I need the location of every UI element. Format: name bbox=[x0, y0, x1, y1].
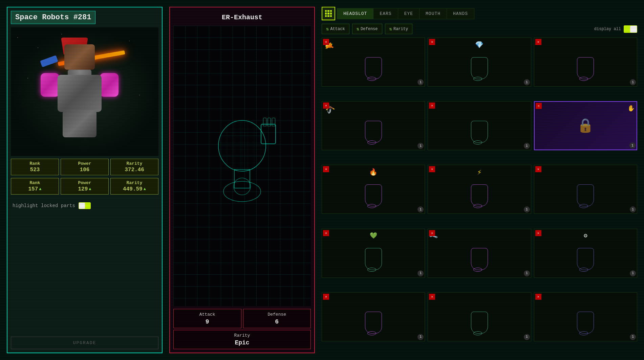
highlight-toggle-knob bbox=[79, 203, 85, 209]
remove-item-15[interactable]: ✕ bbox=[535, 294, 541, 300]
mini-head-5 bbox=[469, 116, 490, 143]
robot-image-area bbox=[11, 27, 158, 156]
power-label-1: Power bbox=[62, 161, 107, 166]
remove-item-9[interactable]: ✕ bbox=[535, 166, 541, 172]
item-count-8: 1 bbox=[524, 206, 530, 212]
inventory-item-4[interactable]: ✕ 🪃 1 bbox=[322, 101, 425, 150]
remove-item-8[interactable]: ✕ bbox=[429, 166, 435, 172]
item-count-15: 1 bbox=[630, 334, 636, 340]
mini-head-10 bbox=[363, 243, 384, 270]
item-count-5: 1 bbox=[524, 143, 530, 149]
inventory-item-3[interactable]: ✕ 1 bbox=[534, 38, 637, 87]
inventory-item-1[interactable]: ✕ 🔫 1 bbox=[322, 38, 425, 87]
stat-power-2: Power 129 ▲ bbox=[61, 178, 109, 195]
filter-row: ⇅ Attack ⇅ Defense ⇅ Rarity display all bbox=[322, 24, 637, 34]
stats-row-2: Rank 157 ▲ Power 129 ▲ Rarity 449.59 ▲ bbox=[11, 178, 158, 195]
stat-power-1: Power 106 bbox=[61, 159, 109, 175]
inventory-item-9[interactable]: ✕ 1 bbox=[534, 165, 637, 214]
remove-item-5[interactable]: ✕ bbox=[429, 103, 435, 109]
mini-head-14 bbox=[469, 307, 490, 334]
item-stats: Attack 9 Defense 6 Rarity Epic bbox=[173, 309, 311, 349]
robot-card: Space Robots #281 bbox=[7, 7, 163, 353]
remove-item-10[interactable]: ✕ bbox=[323, 230, 329, 236]
inventory-item-11[interactable]: ✕ 🔧 1 bbox=[428, 229, 531, 278]
inventory-item-12[interactable]: ✕ ⚙️ 1 bbox=[534, 229, 637, 278]
remove-item-13[interactable]: ✕ bbox=[323, 294, 329, 300]
mini-head-1 bbox=[363, 52, 384, 79]
inventory-item-7[interactable]: ✕ 🔥 1 bbox=[322, 165, 425, 214]
inventory-item-8[interactable]: ✕ ⚡ 1 bbox=[428, 165, 531, 214]
tab-headslot[interactable]: HEADSLOT bbox=[337, 8, 373, 19]
mini-head-8 bbox=[469, 179, 490, 206]
rarity-label-2: Rarity bbox=[112, 180, 157, 185]
item-thumb-2: 💎 bbox=[428, 38, 531, 86]
item-thumb-3 bbox=[534, 38, 637, 86]
tab-ears[interactable]: EARS bbox=[373, 8, 398, 19]
grid-view-button[interactable] bbox=[322, 7, 335, 20]
filter-rarity[interactable]: ⇅ Rarity bbox=[385, 24, 413, 34]
remove-item-4[interactable]: ✕ bbox=[323, 103, 329, 109]
item-thumb-1: 🔫 bbox=[322, 38, 425, 86]
highlight-row: highlight locked parts bbox=[11, 200, 158, 212]
tab-mouth[interactable]: MOUTH bbox=[419, 8, 447, 19]
filter-defense[interactable]: ⇅ Defense bbox=[352, 24, 382, 34]
inventory-item-13[interactable]: ✕ 1 bbox=[322, 292, 425, 341]
item-attack-value: 9 bbox=[175, 318, 239, 325]
inventory-item-6[interactable]: ✕ 🔒 ✋ 1 bbox=[534, 101, 637, 150]
item-attack-label: Attack bbox=[175, 312, 239, 317]
tab-eye[interactable]: EYE bbox=[398, 8, 419, 19]
rank-label-2: Rank bbox=[13, 180, 57, 185]
remove-item-3[interactable]: ✕ bbox=[535, 39, 541, 45]
remove-item-7[interactable]: ✕ bbox=[323, 166, 329, 172]
rarity-label-1: Rarity bbox=[112, 161, 157, 166]
stat-rarity-1: Rarity 372.46 bbox=[110, 159, 158, 175]
item-count-2: 1 bbox=[524, 79, 530, 85]
filter-attack[interactable]: ⇅ Attack bbox=[322, 24, 349, 34]
robot-figure bbox=[37, 38, 132, 146]
highlight-label: highlight locked parts bbox=[13, 203, 75, 208]
mini-head-3 bbox=[575, 52, 596, 79]
rarity-value-2: 449.59 ▲ bbox=[112, 186, 157, 192]
item-card: ER-Exhaust bbox=[169, 7, 315, 353]
display-all-label: display all bbox=[594, 27, 621, 31]
upgrade-button[interactable]: UPGRADE bbox=[11, 337, 158, 349]
highlight-toggle[interactable] bbox=[79, 202, 91, 209]
sort-icon-defense: ⇅ bbox=[357, 26, 359, 32]
item-count-14: 1 bbox=[524, 334, 530, 340]
mini-head-9 bbox=[575, 179, 596, 206]
stat-rank-1: Rank 523 bbox=[11, 159, 59, 175]
power-label-2: Power bbox=[62, 180, 107, 185]
inventory-item-2[interactable]: ✕ 💎 1 bbox=[428, 38, 531, 87]
category-tabs: HEADSLOT EARS EYE MOUTH HANDS bbox=[322, 7, 637, 20]
item-defense-value: 6 bbox=[245, 318, 309, 325]
inventory-item-10[interactable]: ✕ 💚 1 bbox=[322, 229, 425, 278]
item-thumb-5 bbox=[428, 102, 531, 150]
rank-arrow: ▲ bbox=[39, 187, 41, 192]
item-thumb-7: 🔥 bbox=[322, 165, 425, 213]
inventory-item-5[interactable]: ✕ 1 bbox=[428, 101, 531, 150]
inventory-item-15[interactable]: ✕ 1 bbox=[534, 292, 637, 341]
robot-shoulder-right bbox=[100, 73, 119, 97]
item-defense-box: Defense 6 bbox=[243, 309, 311, 328]
remove-item-11[interactable]: ✕ bbox=[429, 230, 435, 236]
item-count-3: 1 bbox=[630, 79, 636, 85]
inventory-item-14[interactable]: ✕ 1 bbox=[428, 292, 531, 341]
remove-item-1[interactable]: ✕ bbox=[323, 39, 329, 45]
mini-head-11 bbox=[469, 243, 490, 270]
remove-item-6[interactable]: ✕ bbox=[536, 103, 542, 109]
remove-item-12[interactable]: ✕ bbox=[535, 230, 541, 236]
remove-item-14[interactable]: ✕ bbox=[429, 294, 435, 300]
svg-point-3 bbox=[234, 178, 251, 195]
robot-shoulder-left bbox=[41, 73, 59, 97]
tab-hands[interactable]: HANDS bbox=[447, 8, 474, 19]
item-thumb-15 bbox=[534, 293, 637, 341]
svg-point-2 bbox=[223, 181, 261, 202]
power-arrow: ▲ bbox=[89, 187, 91, 192]
main-container: Space Robots #281 bbox=[0, 0, 644, 360]
remove-item-2[interactable]: ✕ bbox=[429, 39, 435, 45]
item-count-12: 1 bbox=[630, 270, 636, 276]
mini-head-2 bbox=[469, 52, 490, 79]
item-rarity-value: Epic bbox=[175, 339, 309, 346]
sort-icon-rarity: ⇅ bbox=[389, 26, 392, 32]
display-all-toggle[interactable] bbox=[624, 25, 637, 33]
